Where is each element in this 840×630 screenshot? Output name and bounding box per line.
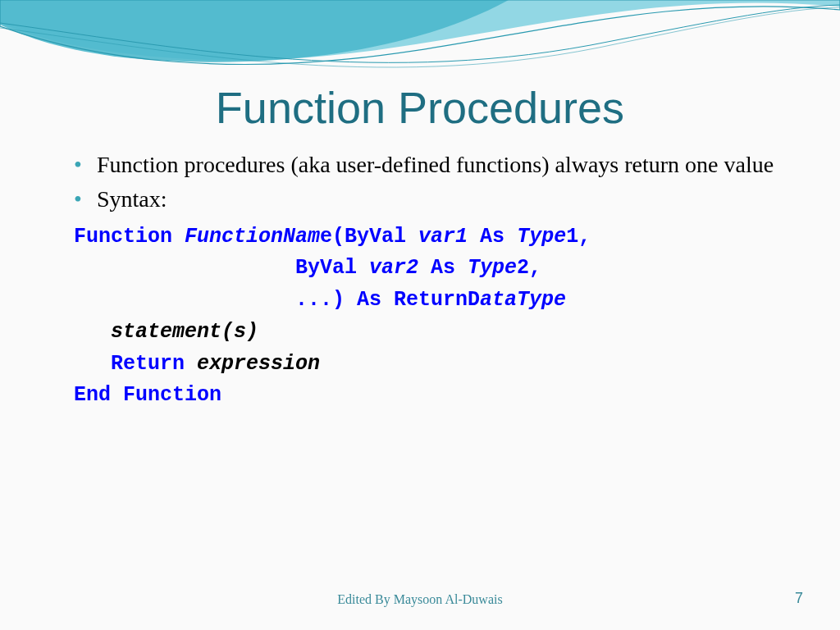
code-pad bbox=[74, 320, 111, 344]
code-pad bbox=[74, 256, 295, 280]
code-ident: expression bbox=[197, 352, 320, 376]
code-ident: ataType bbox=[480, 288, 566, 312]
bullet-item: Syntax: bbox=[74, 184, 791, 215]
slide-footer: Edited By Maysoon Al-Duwais 7 bbox=[0, 592, 840, 607]
code-keyword: Function bbox=[74, 225, 185, 249]
code-keyword: As bbox=[418, 256, 468, 280]
code-keyword: 1, bbox=[566, 225, 591, 249]
bullet-item: Function procedures (aka user-defined fu… bbox=[74, 149, 791, 180]
code-pad bbox=[74, 288, 295, 312]
code-keyword: Return bbox=[111, 352, 197, 376]
code-keyword: As bbox=[468, 225, 517, 249]
code-pad bbox=[74, 352, 111, 376]
page-number: 7 bbox=[795, 590, 803, 607]
code-keyword: 2, bbox=[517, 256, 541, 280]
code-keyword: ...) As ReturnD bbox=[295, 288, 480, 312]
code-syntax: Function FunctionName(ByVal var1 As Type… bbox=[49, 221, 791, 413]
code-ident: statement(s) bbox=[111, 320, 258, 344]
code-keyword: End Function bbox=[74, 383, 221, 407]
slide-content: Function Procedures Function procedures … bbox=[0, 0, 840, 412]
code-ident: Type bbox=[517, 225, 566, 249]
code-keyword: e(ByVal bbox=[320, 225, 418, 249]
code-keyword: ByVal bbox=[295, 256, 369, 280]
code-ident: var1 bbox=[418, 225, 468, 249]
code-ident: var2 bbox=[369, 256, 418, 280]
code-ident: FunctionNam bbox=[185, 225, 320, 249]
code-ident: Type bbox=[468, 256, 517, 280]
slide-title: Function Procedures bbox=[49, 82, 791, 133]
bullet-list: Function procedures (aka user-defined fu… bbox=[49, 149, 791, 215]
footer-credit: Edited By Maysoon Al-Duwais bbox=[337, 592, 502, 607]
